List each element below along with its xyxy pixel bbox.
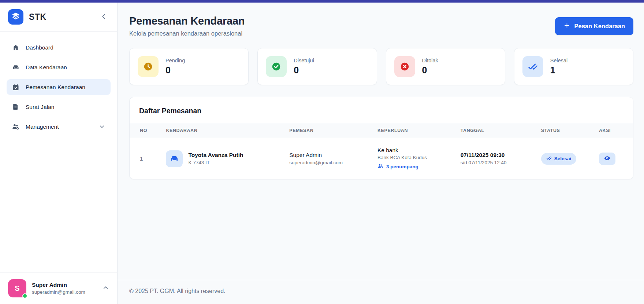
plus-icon: [563, 22, 570, 30]
bookings-card: Daftar Pemesanan NO KENDARAAN PEMESAN KE…: [129, 97, 633, 179]
view-detail-button[interactable]: [599, 153, 615, 165]
sidebar-item-management[interactable]: Management: [7, 119, 111, 135]
eye-icon: [604, 155, 611, 163]
sidebar-item-label: Pemesanan Kendaraan: [26, 84, 85, 91]
sidebar-item-label: Surat Jalan: [26, 104, 54, 110]
chevron-left-icon: [100, 12, 108, 22]
vehicle-plate: K 7743 IT: [188, 160, 243, 165]
sidebar-item-label: Dashboard: [26, 44, 53, 51]
profile-name: Super Admin: [32, 282, 97, 288]
layers-icon: [11, 12, 20, 22]
sidebar-item-label: Data Kendaraan: [26, 64, 67, 71]
vehicle-name: Toyota Avanza Putih: [188, 152, 243, 158]
stat-label: Pending: [165, 58, 185, 63]
sidebar-item-dashboard[interactable]: Dashboard: [7, 40, 111, 55]
purpose-text: Ke bank: [377, 147, 453, 154]
app-shell: STK Dashboard: [0, 3, 644, 304]
main-content: Pemesanan Kendaraan Kelola pemesanan ken…: [118, 3, 644, 304]
app-title: STK: [29, 12, 93, 22]
page-title: Pemesanan Kendaraan: [129, 15, 245, 27]
stat-value: 0: [422, 65, 438, 76]
date-start: 07/11/2025 09:30: [461, 152, 534, 158]
stat-card-pending: Pending 0: [129, 48, 249, 85]
table-row: 1 T: [130, 138, 633, 179]
column-header-kendaraan: KENDARAAN: [162, 123, 286, 138]
passengers-label: 3 penumpang: [386, 164, 418, 169]
table-header-row: NO KENDARAAN PEMESAN KEPERLUAN TANGGAL S…: [130, 123, 633, 138]
passengers-link[interactable]: 3 penumpang: [377, 163, 453, 170]
online-status-dot: [22, 293, 27, 298]
vehicle-cell: Toyota Avanza Putih K 7743 IT: [166, 150, 282, 167]
chevron-down-icon: [98, 123, 105, 130]
sidebar-menu: Dashboard Data Kendaraan: [0, 32, 117, 272]
stat-card-selesai: Selesai 1: [514, 48, 633, 85]
users-icon: [377, 163, 384, 170]
sidebar-item-label: Management: [26, 124, 59, 130]
bookings-table: NO KENDARAAN PEMESAN KEPERLUAN TANGGAL S…: [130, 123, 633, 179]
car-icon: [12, 63, 19, 71]
stat-card-ditolak: Ditolak 0: [386, 48, 505, 85]
stat-card-disetujui: Disetujui 0: [257, 48, 377, 85]
avatar: S: [8, 279, 26, 297]
column-header-aksi: AKSI: [595, 123, 633, 138]
status-label: Selesai: [554, 156, 572, 161]
profile-email: superadmin@gmail.com: [32, 289, 97, 295]
column-header-tanggal: TANGGAL: [457, 123, 537, 138]
avatar-initial: S: [15, 284, 19, 293]
top-accent-bar: [0, 0, 644, 3]
home-icon: [12, 44, 19, 51]
stat-value: 1: [550, 65, 568, 76]
sidebar-collapse-button[interactable]: [98, 11, 109, 23]
footer: © 2025 PT. GGM. All rights reserved.: [118, 280, 644, 304]
stat-label: Disetujui: [294, 58, 314, 63]
page-subtitle: Kelola pemesanan kendaraan operasional: [129, 30, 245, 37]
row-number: 1: [130, 138, 162, 179]
sidebar-item-pemesanan-kendaraan[interactable]: Pemesanan Kendaraan: [7, 79, 111, 95]
column-header-keperluan: KEPERLUAN: [374, 123, 457, 138]
date-end: s/d 07/11/2025 12:40: [461, 160, 534, 165]
car-icon: [166, 150, 183, 167]
bookings-card-title: Daftar Pemesanan: [130, 97, 633, 123]
column-header-status: STATUS: [537, 123, 595, 138]
stat-value: 0: [165, 65, 185, 76]
check-circle-icon: [266, 56, 287, 77]
requester-email: superadmin@gmail.com: [289, 160, 370, 165]
requester-name: Super Admin: [289, 152, 370, 158]
users-gear-icon: [12, 123, 19, 131]
clock-icon: [138, 56, 159, 77]
app-logo: [8, 9, 23, 25]
stat-value: 0: [294, 65, 314, 76]
column-header-pemesan: PEMESAN: [286, 123, 374, 138]
double-check-icon: [522, 56, 543, 77]
column-header-no: NO: [130, 123, 162, 138]
stats-row: Pending 0 Disetujui 0: [129, 48, 633, 85]
chevron-up-icon: [102, 284, 109, 293]
sidebar: STK Dashboard: [0, 3, 118, 304]
sidebar-item-surat-jalan[interactable]: Surat Jalan: [7, 99, 111, 115]
stat-label: Ditolak: [422, 58, 438, 63]
page-header: Pemesanan Kendaraan Kelola pemesanan ken…: [129, 15, 633, 37]
sidebar-item-data-kendaraan[interactable]: Data Kendaraan: [7, 59, 111, 75]
stat-label: Selesai: [550, 58, 568, 63]
status-badge: Selesai: [541, 153, 577, 165]
calendar-check-icon: [12, 83, 19, 91]
file-text-icon: [12, 103, 19, 111]
copyright-text: © 2025 PT. GGM. All rights reserved.: [129, 288, 226, 294]
pesan-kendaraan-button[interactable]: Pesan Kendaraan: [555, 17, 633, 35]
pesan-kendaraan-label: Pesan Kendaraan: [574, 23, 625, 30]
sidebar-header: STK: [0, 3, 117, 32]
profile-info: Super Admin superadmin@gmail.com: [32, 282, 97, 295]
double-check-icon: [546, 155, 552, 162]
user-profile[interactable]: S Super Admin superadmin@gmail.com: [0, 272, 117, 304]
x-circle-icon: [394, 56, 415, 77]
destination-text: Bank BCA Kota Kudus: [377, 155, 453, 160]
